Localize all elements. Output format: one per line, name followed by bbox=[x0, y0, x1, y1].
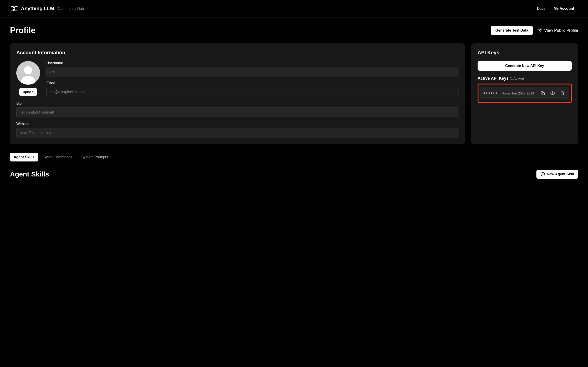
tab-system-prompts[interactable]: System Prompts bbox=[78, 153, 112, 161]
account-card-title: Account Information bbox=[16, 50, 459, 56]
bio-field-group: Bio bbox=[16, 101, 459, 117]
header-nav: Docs My Account bbox=[537, 4, 578, 13]
brand-subtitle: Community Hub bbox=[58, 7, 84, 11]
plus-circle-icon bbox=[540, 172, 545, 176]
eye-icon bbox=[550, 91, 555, 95]
page-header: Profile Generate Test Data View Public P… bbox=[10, 26, 578, 35]
bio-input[interactable] bbox=[16, 108, 459, 117]
copy-key-button[interactable] bbox=[540, 90, 546, 96]
app-header: Anything LLM Community Hub Docs My Accou… bbox=[0, 0, 588, 17]
email-input bbox=[46, 87, 459, 97]
tab-agent-skills[interactable]: Agent Skills bbox=[10, 153, 38, 161]
agent-skills-section-header: Agent Skills New Agent Skill bbox=[10, 170, 578, 179]
view-public-label: View Public Profile bbox=[544, 28, 578, 33]
my-account-button[interactable]: My Account bbox=[550, 4, 578, 13]
generate-test-data-button[interactable]: Generate Test Data bbox=[491, 26, 533, 35]
website-field-group: Website bbox=[16, 122, 459, 138]
svg-point-4 bbox=[552, 93, 553, 94]
username-label: Username bbox=[46, 61, 459, 65]
new-skill-label: New Agent Skill bbox=[547, 172, 574, 176]
bio-label: Bio bbox=[16, 101, 459, 106]
active-keys-count: (1 Active) bbox=[510, 76, 524, 80]
delete-key-button[interactable] bbox=[559, 90, 565, 96]
avatar bbox=[16, 61, 40, 85]
svg-rect-3 bbox=[542, 93, 545, 95]
page-title: Profile bbox=[10, 26, 35, 35]
website-input[interactable] bbox=[16, 128, 459, 138]
tab-slash-commands[interactable]: Slash Commands bbox=[40, 153, 76, 161]
reveal-key-button[interactable] bbox=[549, 90, 556, 96]
logo-group[interactable]: Anything LLM Community Hub bbox=[10, 5, 84, 13]
api-card-title: API Keys bbox=[478, 50, 572, 56]
api-key-row: •••••••• November 25th, 2024 bbox=[480, 87, 569, 100]
brand-name: Anything LLM bbox=[21, 6, 54, 12]
api-key-highlight-box: •••••••• November 25th, 2024 bbox=[478, 83, 572, 103]
tabs: Agent Skills Slash Commands System Promp… bbox=[10, 153, 578, 161]
username-input[interactable] bbox=[46, 67, 459, 77]
svg-line-0 bbox=[539, 29, 541, 31]
avatar-column: Upload bbox=[16, 61, 40, 97]
generate-api-key-button[interactable]: Generate New API Key bbox=[478, 61, 572, 71]
api-keys-card: API Keys Generate New API Key Active API… bbox=[471, 43, 578, 144]
api-key-masked: •••••••• bbox=[484, 91, 498, 95]
account-info-card: Account Information Upload Username bbox=[10, 43, 465, 144]
upload-avatar-button[interactable]: Upload bbox=[19, 88, 37, 96]
page-actions: Generate Test Data View Public Profile bbox=[491, 26, 578, 35]
copy-icon bbox=[541, 91, 545, 95]
docs-link[interactable]: Docs bbox=[537, 7, 545, 11]
email-label: Email bbox=[46, 81, 459, 85]
active-keys-heading: Active API Keys (1 Active) bbox=[478, 76, 572, 81]
agent-skills-title: Agent Skills bbox=[10, 170, 49, 178]
username-field-group: Username bbox=[46, 61, 459, 77]
external-link-icon bbox=[537, 28, 542, 33]
website-label: Website bbox=[16, 122, 459, 126]
active-keys-label: Active API Keys bbox=[478, 76, 508, 81]
view-public-profile-link[interactable]: View Public Profile bbox=[537, 28, 578, 33]
new-agent-skill-button[interactable]: New Agent Skill bbox=[537, 170, 578, 179]
svg-point-2 bbox=[24, 66, 32, 74]
trash-icon bbox=[560, 91, 564, 95]
email-field-group: Email bbox=[46, 81, 459, 97]
logo-icon bbox=[10, 5, 18, 13]
api-key-date: November 25th, 2024 bbox=[501, 91, 536, 95]
